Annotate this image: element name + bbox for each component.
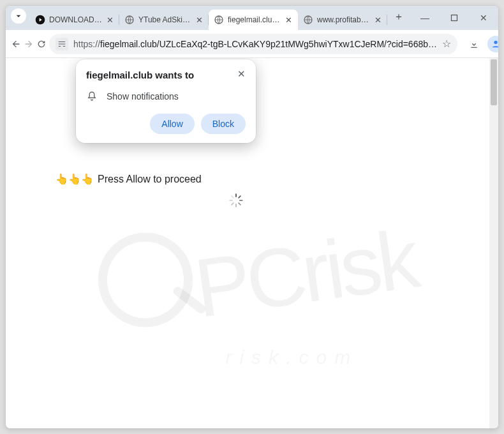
window-controls: — ✕ xyxy=(410,6,498,30)
url-scheme: https:// xyxy=(73,39,100,49)
toolbar-right: ⋮ xyxy=(464,34,499,54)
close-icon: ✕ xyxy=(237,68,246,80)
pointing-hand-emoji: 👆👆👆 xyxy=(56,173,94,185)
prompt-close-button[interactable]: ✕ xyxy=(234,67,248,81)
close-icon[interactable]: ✕ xyxy=(374,15,382,24)
bell-icon xyxy=(86,91,98,102)
arrow-right-icon xyxy=(24,39,34,49)
prompt-permission-row: Show notifications xyxy=(86,91,246,102)
tab-1[interactable]: YTube AdSkipp… ✕ xyxy=(119,10,209,30)
maximize-button[interactable] xyxy=(440,6,469,30)
close-icon[interactable]: ✕ xyxy=(285,15,293,24)
page-message-text: Press Allow to proceed xyxy=(98,174,202,185)
browser-window: DOWNLOAD: P… ✕ YTube AdSkipp… ✕ fiegelma… xyxy=(5,5,499,429)
page-viewport: PCrisk risk.com 👆👆👆 Press Allow to proce… xyxy=(6,58,498,428)
url-rest: fiegelmail.club/UZLcEaXq2-tgB-LCvKaKY9p2… xyxy=(100,39,437,49)
download-icon xyxy=(469,39,479,49)
back-button[interactable] xyxy=(11,34,21,54)
tab-2-active[interactable]: fiegelmail.club/… ✕ xyxy=(209,10,298,30)
tab-0[interactable]: DOWNLOAD: P… ✕ xyxy=(30,10,119,30)
avatar-icon xyxy=(487,36,499,52)
globe-icon xyxy=(303,15,313,25)
minimize-icon: — xyxy=(420,13,429,23)
chevron-down-icon xyxy=(13,11,24,21)
allow-button[interactable]: Allow xyxy=(150,114,194,134)
watermark-sub: risk.com xyxy=(225,347,358,368)
video-icon xyxy=(35,15,45,25)
tab-label: YTube AdSkipp… xyxy=(138,15,192,24)
tab-label: www.profitable… xyxy=(317,15,370,24)
address-bar[interactable]: https://fiegelmail.club/UZLcEaXq2-tgB-LC… xyxy=(49,34,457,54)
toolbar: https://fiegelmail.club/UZLcEaXq2-tgB-LC… xyxy=(6,30,498,58)
profile-button[interactable] xyxy=(485,34,499,54)
svg-point-5 xyxy=(494,40,497,43)
svg-line-9 xyxy=(239,203,241,205)
tab-3[interactable]: www.profitable… ✕ xyxy=(298,10,387,30)
tab-label: fiegelmail.club/… xyxy=(228,15,281,24)
site-settings-icon[interactable] xyxy=(56,38,68,50)
close-icon[interactable]: ✕ xyxy=(107,15,114,24)
scrollbar-thumb[interactable] xyxy=(491,59,497,105)
downloads-button[interactable] xyxy=(464,34,484,54)
close-icon: ✕ xyxy=(480,13,487,23)
url-text: https://fiegelmail.club/UZLcEaXq2-tgB-LC… xyxy=(73,39,437,49)
minimize-button[interactable]: — xyxy=(410,6,440,30)
globe-icon xyxy=(124,15,135,25)
watermark: PCrisk xyxy=(82,173,421,350)
page-message: 👆👆👆 Press Allow to proceed xyxy=(56,173,202,185)
globe-icon xyxy=(214,15,224,25)
notification-permission-prompt: ✕ fiegelmail.club wants to Show notifica… xyxy=(76,59,256,143)
arrow-left-icon xyxy=(11,39,21,49)
svg-line-11 xyxy=(232,203,233,205)
tab-strip: DOWNLOAD: P… ✕ YTube AdSkipp… ✕ fiegelma… xyxy=(6,6,498,30)
svg-line-7 xyxy=(239,196,241,198)
svg-line-13 xyxy=(232,196,233,198)
tab-search-button[interactable] xyxy=(11,8,26,24)
loading-spinner-icon xyxy=(228,192,244,209)
prompt-permission-label: Show notifications xyxy=(107,91,179,101)
bookmark-star-icon[interactable]: ☆ xyxy=(442,38,451,50)
prompt-actions: Allow Block xyxy=(86,114,246,134)
close-window-button[interactable]: ✕ xyxy=(469,6,498,30)
vertical-scrollbar[interactable] xyxy=(489,58,498,428)
svg-rect-4 xyxy=(452,15,457,21)
maximize-icon xyxy=(450,14,458,22)
block-button[interactable]: Block xyxy=(201,114,246,134)
close-icon[interactable]: ✕ xyxy=(196,15,204,24)
new-tab-button[interactable]: ＋ xyxy=(390,8,408,26)
prompt-title: fiegelmail.club wants to xyxy=(86,70,246,80)
forward-button[interactable] xyxy=(24,34,34,54)
reload-icon xyxy=(36,39,47,49)
reload-button[interactable] xyxy=(36,34,47,54)
tab-label: DOWNLOAD: P… xyxy=(49,15,103,24)
